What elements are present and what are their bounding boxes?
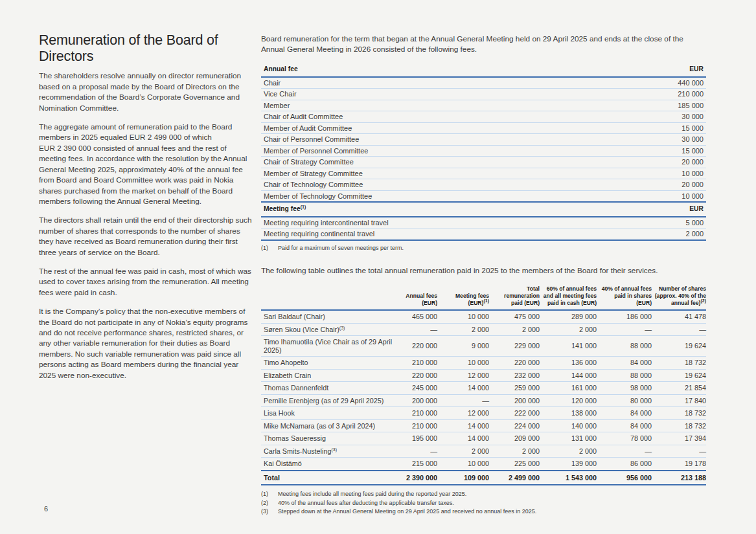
article-paragraph: It is the Company’s policy that the non-… (39, 306, 253, 381)
total-label: Total (261, 471, 394, 485)
member-value: 141 000 (540, 336, 597, 357)
member-value: 259 000 (489, 382, 540, 395)
fee-row: Member of Personnel Committee15 000 (261, 145, 706, 157)
member-name: Lisa Hook (261, 407, 394, 420)
member-value: — (597, 445, 652, 458)
fee-value: 210 000 (624, 89, 706, 100)
fee-row: Meeting requiring continental travel2 00… (261, 228, 706, 240)
member-value: — (597, 323, 652, 336)
footnote-text: Meeting fees include all meeting fees pa… (278, 490, 466, 499)
page-number: 6 (44, 505, 48, 513)
member-value: 12 000 (437, 369, 489, 382)
footnote-marker: (2) (700, 298, 706, 303)
fee-row: Member of Strategy Committee10 000 (261, 168, 706, 179)
member-value: 2 000 (540, 323, 597, 336)
meeting-fee-header-unit: EUR (624, 202, 706, 217)
member-name: Pernille Erenbjerg (as of 29 April 2025) (261, 394, 394, 407)
footnote-marker: (3) (261, 507, 278, 517)
meeting-fee-header-label: Meeting fee(1) (261, 202, 624, 217)
fee-row: Member of Audit Committee15 000 (261, 122, 706, 134)
member-value: 17 840 (652, 394, 706, 407)
fee-value: 15 000 (624, 145, 706, 157)
fee-row: Vice Chair210 000 (261, 89, 706, 100)
article-paragraph: The aggregate amount of remuneration pai… (39, 122, 253, 206)
footnote: (1) Meeting fees include all meeting fee… (261, 490, 706, 499)
member-name: Søren Skou (Vice Chair)(3) (261, 323, 394, 336)
member-value: 18 732 (652, 407, 706, 420)
fee-value: 30 000 (624, 111, 706, 123)
footnote: (3) Stepped down at the Annual General M… (261, 507, 706, 517)
fee-row: Meeting requiring intercontinental trave… (261, 217, 706, 228)
member-value: 195 000 (394, 432, 437, 445)
member-row: Sari Baldauf (Chair) 465 000 10 000 475 … (261, 310, 706, 323)
total-value: 2 499 000 (489, 471, 540, 485)
member-value: 21 854 (652, 382, 706, 395)
fee-row: Chair of Technology Committee20 000 (261, 179, 706, 191)
member-value: 84 000 (597, 407, 652, 420)
member-value: 225 000 (489, 458, 540, 471)
member-value: 84 000 (597, 419, 652, 432)
article-paragraph: The shareholders resolve annually on dir… (39, 71, 253, 113)
fee-value: 5 000 (624, 217, 706, 228)
member-value: 17 394 (652, 432, 706, 445)
member-value: 2 000 (540, 445, 597, 458)
fee-label: Vice Chair (261, 89, 624, 100)
member-value: 245 000 (394, 382, 437, 395)
member-value: — (394, 445, 437, 458)
footnote-text: 40% of the annual fees after deducting t… (278, 499, 454, 508)
header-cell-member (261, 284, 394, 310)
member-value: 12 000 (437, 407, 489, 420)
member-value: 86 000 (597, 458, 652, 471)
fee-label: Meeting requiring intercontinental trave… (261, 217, 624, 228)
header-cell-meeting-fees: Meeting fees (EUR)(1) (437, 284, 489, 310)
member-value: 144 000 (540, 369, 597, 382)
remuneration-footnotes: (1) Meeting fees include all meeting fee… (261, 490, 706, 517)
header-text: Number of shares (approx. 40% of the ann… (655, 285, 706, 306)
fee-label: Chair of Technology Committee (261, 179, 624, 191)
footnote-marker: (1) (261, 244, 278, 253)
member-name: Timo Ihamuotila (Vice Chair as of 29 Apr… (261, 336, 394, 357)
member-value: 10 000 (437, 458, 489, 471)
header-cell-total-paid: Total remuneration paid (EUR) (489, 284, 540, 310)
member-value: 186 000 (597, 310, 652, 323)
footnote-marker: (2) (261, 499, 278, 508)
header-cell-annual-fees: Annual fees (EUR) (394, 284, 437, 310)
member-value: — (652, 445, 706, 458)
member-value: 78 000 (597, 432, 652, 445)
member-value: 41 478 (652, 310, 706, 323)
member-row: Pernille Erenbjerg (as of 29 April 2025)… (261, 394, 706, 407)
member-name-text: Carla Smits-Nusteling (264, 447, 331, 455)
member-value: 14 000 (437, 419, 489, 432)
report-page: { "page": { "number": "6" }, "colors": {… (0, 0, 756, 534)
member-value: 10 000 (437, 357, 489, 370)
fee-row: Chair of Strategy Committee20 000 (261, 157, 706, 168)
member-name: Kai Öistämö (261, 458, 394, 471)
header-cell-cash-portion: 60% of annual fees and all meeting fees … (540, 284, 597, 310)
member-name-text: Søren Skou (Vice Chair) (264, 326, 339, 333)
meeting-fee-header-text: Meeting fee (264, 205, 301, 212)
member-value: — (394, 323, 437, 336)
footnote-marker: (1) (261, 490, 278, 499)
footnote: (2) 40% of the annual fees after deducti… (261, 499, 706, 508)
annual-fee-header-unit: EUR (624, 64, 706, 77)
total-value: 1 543 000 (540, 471, 597, 485)
member-value: 210 000 (394, 357, 437, 370)
member-value: 10 000 (437, 310, 489, 323)
meeting-fee-header-row: Meeting fee(1) EUR (261, 202, 706, 217)
member-value: 140 000 (540, 419, 597, 432)
fee-value: 15 000 (624, 122, 706, 134)
article-paragraph: The rest of the annual fee was paid in c… (39, 266, 253, 298)
member-row: Carla Smits-Nusteling(3) — 2 000 2 000 2… (261, 445, 706, 458)
member-row: Lisa Hook 210 000 12 000 222 000 138 000… (261, 407, 706, 420)
member-value: 161 000 (540, 382, 597, 395)
fee-label: Member of Strategy Committee (261, 168, 624, 179)
fee-row: Chair440 000 (261, 77, 706, 89)
member-value: 18 732 (652, 357, 706, 370)
member-value: 289 000 (540, 310, 597, 323)
fee-row: Chair of Personnel Committee30 000 (261, 134, 706, 146)
member-value: 84 000 (597, 357, 652, 370)
member-value: 120 000 (540, 394, 597, 407)
footnote: (1) Paid for a maximum of seven meetings… (261, 244, 706, 253)
member-row: Thomas Saueressig 195 000 14 000 209 000… (261, 432, 706, 445)
member-value: 224 000 (489, 419, 540, 432)
